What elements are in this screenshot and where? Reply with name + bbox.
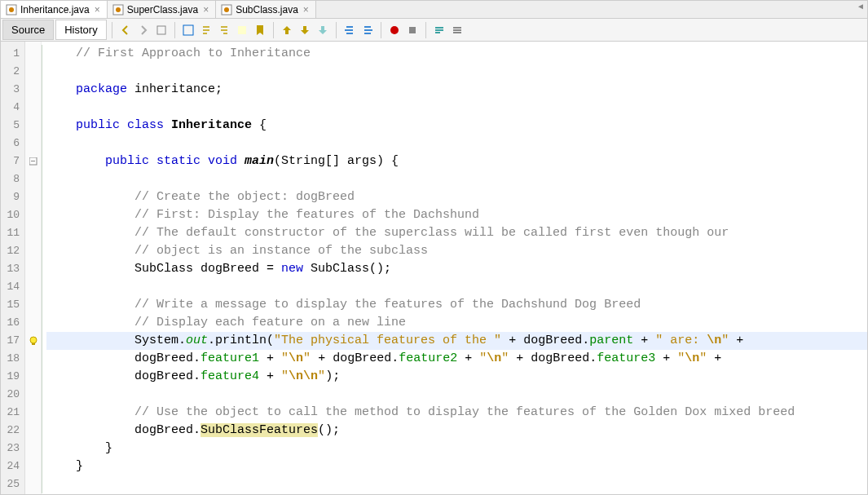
svg-rect-14	[32, 343, 35, 345]
line-number: 21	[1, 404, 24, 422]
start-macro-icon[interactable]	[386, 22, 403, 38]
nav-back-icon[interactable]	[117, 22, 134, 38]
marker-slot	[25, 386, 41, 404]
find-selection-icon[interactable]	[180, 22, 196, 38]
marker-slot	[25, 260, 41, 278]
svg-point-3	[116, 7, 121, 12]
toggle-bookmark-icon[interactable]	[252, 22, 268, 38]
marker-slot	[25, 332, 41, 350]
line-number: 10	[1, 206, 24, 224]
stop-macro-icon[interactable]	[404, 22, 421, 38]
lightbulb-hint-icon[interactable]	[29, 336, 38, 346]
find-next-icon[interactable]	[216, 22, 232, 38]
marker-slot	[25, 206, 41, 224]
marker-slot	[25, 242, 41, 260]
line-number: 19	[1, 368, 24, 386]
line-number: 2	[1, 63, 24, 81]
prev-bookmark-icon[interactable]	[279, 22, 295, 38]
line-number: 3	[1, 81, 24, 99]
code-line	[46, 99, 867, 117]
java-file-icon	[112, 4, 124, 15]
line-number: 6	[1, 135, 24, 152]
code-line: }	[46, 457, 867, 475]
tab-label: Inheritance.java	[20, 4, 90, 15]
code-editor[interactable]: 1234567891011121314151617181920212223242…	[1, 42, 867, 494]
line-number: 25	[1, 475, 24, 493]
marker-slot	[25, 224, 41, 242]
code-line: // Display each feature on a new line	[46, 314, 867, 332]
code-line	[46, 135, 867, 152]
svg-rect-6	[157, 26, 165, 34]
code-line: // The default constructor of the superc…	[46, 224, 867, 242]
line-number: 7	[1, 152, 24, 170]
code-line: // Write a message to display the featur…	[46, 296, 867, 314]
code-line	[46, 386, 867, 404]
tab-subclass[interactable]: SubClass.java ×	[216, 1, 316, 18]
code-line: // Create the object: dogBreed	[46, 188, 867, 206]
marker-slot	[25, 188, 41, 206]
marker-column	[25, 42, 42, 494]
source-view-tab[interactable]: Source	[2, 20, 54, 40]
find-prev-icon[interactable]	[198, 22, 214, 38]
marker-slot	[25, 440, 41, 457]
editor-toolbar: Source History	[1, 19, 867, 42]
close-icon[interactable]: ×	[302, 4, 311, 15]
code-line: package inheritance;	[46, 81, 867, 99]
line-number: 9	[1, 188, 24, 206]
marker-slot	[25, 368, 41, 386]
comment-icon[interactable]	[431, 22, 447, 38]
line-number: 22	[1, 422, 24, 440]
code-line	[46, 170, 867, 188]
fold-guide	[42, 45, 42, 493]
code-line	[46, 278, 867, 296]
next-error-icon[interactable]	[315, 22, 331, 38]
marker-slot	[25, 81, 41, 99]
code-line: dogBreed.feature4 + "\n\n");	[46, 368, 867, 386]
line-number: 16	[1, 314, 24, 332]
line-number: 17	[1, 332, 24, 350]
line-number: 12	[1, 242, 24, 260]
svg-rect-7	[183, 25, 193, 35]
line-number: 18	[1, 350, 24, 368]
close-icon[interactable]: ×	[201, 4, 210, 15]
close-icon[interactable]: ×	[93, 4, 102, 15]
svg-point-1	[9, 7, 14, 12]
svg-point-13	[30, 337, 37, 343]
code-line: SubClass dogBreed = new SubClass();	[46, 260, 867, 278]
marker-slot	[25, 314, 41, 332]
nav-forward-icon[interactable]	[135, 22, 152, 38]
toggle-highlight-icon[interactable]	[234, 22, 250, 38]
fold-minus-icon[interactable]	[29, 157, 37, 166]
line-number: 4	[1, 99, 24, 117]
marker-slot	[25, 457, 41, 475]
marker-slot	[25, 152, 41, 170]
code-line: // Use the object to call the method to …	[46, 404, 867, 422]
code-line: // First Approach to Inheritance	[46, 45, 867, 63]
last-edit-icon[interactable]	[153, 22, 170, 38]
line-number-gutter: 1234567891011121314151617181920212223242…	[1, 42, 25, 494]
marker-slot	[25, 278, 41, 296]
svg-rect-10	[409, 27, 416, 33]
uncomment-icon[interactable]	[449, 22, 465, 38]
code-line: // object is an instance of the subclass	[46, 242, 867, 260]
separator	[336, 22, 337, 38]
code-content[interactable]: // First Approach to Inheritance package…	[42, 42, 867, 494]
line-number: 14	[1, 278, 24, 296]
marker-slot	[25, 117, 41, 135]
tab-inheritance[interactable]: Inheritance.java ×	[1, 1, 108, 18]
next-bookmark-icon[interactable]	[297, 22, 313, 38]
separator	[381, 22, 381, 38]
code-line: // First: Display the features of the Da…	[46, 206, 867, 224]
code-line: public class Inheritance {	[46, 117, 867, 135]
history-view-tab[interactable]: History	[55, 20, 106, 40]
tab-label: SuperClass.java	[127, 4, 198, 15]
scroll-left-icon[interactable]: ◄	[857, 2, 865, 11]
java-file-icon	[221, 4, 232, 15]
marker-slot	[25, 63, 41, 81]
line-number: 11	[1, 224, 24, 242]
shift-right-icon[interactable]	[359, 22, 376, 38]
separator	[273, 22, 274, 38]
shift-left-icon[interactable]	[341, 22, 358, 38]
marker-slot	[25, 135, 41, 152]
tab-superclass[interactable]: SuperClass.java ×	[108, 1, 216, 18]
